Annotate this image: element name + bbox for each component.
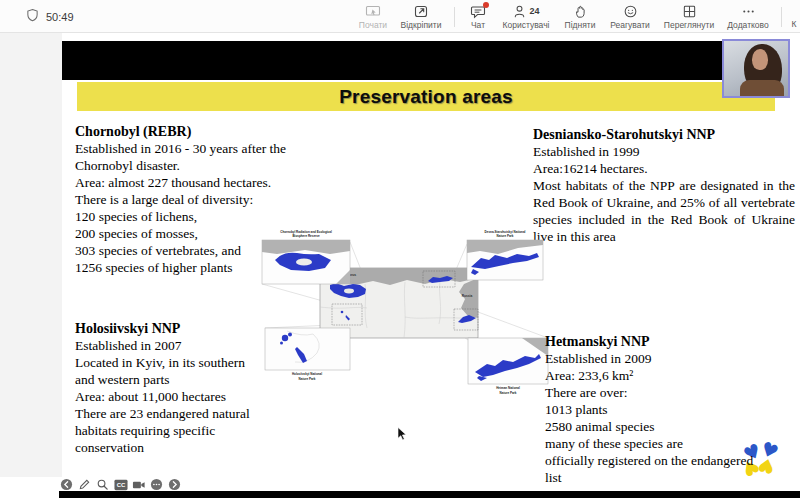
mouse-cursor <box>397 427 408 446</box>
presenter-body <box>740 80 784 98</box>
text-line: Established in 2009 <box>545 350 800 367</box>
inset-hetman-label-1: Hetman National <box>496 386 520 390</box>
inset-holosiivskyi-label-1: Holosiivskyi National <box>292 372 322 376</box>
text-line: Area:16214 hectares. <box>533 160 795 177</box>
camera-button[interactable] <box>131 477 146 492</box>
raise-hand-button[interactable]: Підняти <box>557 0 603 33</box>
left-margin-strip <box>0 33 62 477</box>
text-line: Area: 233,6 km² <box>545 367 800 384</box>
section-desniansko-paragraph: Most habitats of the NPP are designated … <box>533 177 795 245</box>
presenter-face <box>752 49 768 70</box>
start-share-button[interactable]: Почати <box>352 0 394 33</box>
text-line: There are 23 endangered natural <box>75 405 325 422</box>
react-button[interactable]: Реагувати <box>603 0 657 33</box>
overflow-label: К <box>792 19 797 29</box>
zoom-tool-button[interactable] <box>95 477 110 492</box>
closed-captions-button[interactable]: CC <box>113 477 128 492</box>
slide-title: Preservation areas <box>339 86 513 108</box>
inset-holosiivskyi: Holosiivskyi National Nature Park <box>265 328 350 381</box>
text-line: Area: almost 227 thousand hectares. <box>75 174 343 191</box>
chat-label: Чат <box>471 20 485 30</box>
chat-notification-dot <box>483 2 489 8</box>
presenter-webcam-thumbnail[interactable] <box>722 39 790 98</box>
section-hetmanskyi: Hetmanskyi NNP Established in 2009 Area:… <box>545 333 800 486</box>
unpin-button[interactable]: Відкріпити <box>394 0 448 33</box>
section-desniansko-heading: Desniansko-Starohutskyi NNP <box>533 126 795 143</box>
toolbar-divider <box>454 7 455 27</box>
previous-slide-button[interactable] <box>59 477 74 492</box>
presentation-controls: CC <box>59 477 182 492</box>
start-share-label: Почати <box>359 20 387 30</box>
text-line: There is a large deal of diversity: <box>75 191 343 208</box>
view-label: Переглянути <box>664 20 714 30</box>
text-line: Established in 2016 - 30 years after the <box>75 140 343 157</box>
toolbar-buttons: Почати Відкріпити Чат 24 <box>352 0 800 33</box>
inset-hetman: Hetman National Nature Park <box>468 338 548 395</box>
pen-tool-button[interactable] <box>77 477 92 492</box>
toolbar-divider-2 <box>781 7 782 27</box>
shield-icon <box>26 8 39 26</box>
meeting-toolbar: 50:49 Почати Відкріпити Чат <box>0 0 800 33</box>
ellipsis-icon <box>741 4 756 19</box>
participants-button[interactable]: 24 Користувачі <box>495 0 557 33</box>
section-desniansko: Desniansko-Starohutskyi NNP Established … <box>533 126 795 245</box>
inset-chornobyl-label-2: Biosphere Reserve <box>292 234 320 238</box>
participants-icon <box>512 4 527 19</box>
timer-value: 50:49 <box>46 11 74 23</box>
participants-label: Користувачі <box>503 20 550 30</box>
inset-hetman-label-2: Nature Park <box>500 391 517 395</box>
svg-text:CC: CC <box>116 482 125 488</box>
shared-presentation-slide: Preservation areas Chornobyl (REBR) Esta… <box>62 33 800 491</box>
ukraine-preservation-map: Belarus Russia Chornobyl Radiation and E… <box>255 222 560 397</box>
chat-button[interactable]: Чат <box>461 0 495 33</box>
text-line: officially registered on the endangered <box>545 452 800 469</box>
view-button[interactable]: Переглянути <box>657 0 721 33</box>
react-label: Реагувати <box>610 20 650 30</box>
share-screen-icon <box>365 4 381 19</box>
inset-holosiivskyi-label-2: Nature Park <box>299 377 316 381</box>
text-line: There are over: <box>545 384 800 401</box>
section-chornobyl-heading: Chornobyl (REBR) <box>75 123 343 140</box>
raise-hand-label: Підняти <box>565 20 596 30</box>
raise-hand-icon <box>573 4 588 19</box>
text-line: conservation <box>75 439 325 456</box>
participants-count: 24 <box>529 6 539 16</box>
smiley-icon <box>623 4 638 19</box>
meeting-timer: 50:49 <box>26 8 74 26</box>
overflow-button-partial[interactable]: К <box>788 0 800 33</box>
text-line: 1013 plants <box>545 401 800 418</box>
more-options-button[interactable] <box>149 477 164 492</box>
more-label: Додатково <box>727 20 768 30</box>
next-slide-button[interactable] <box>167 477 182 492</box>
grid-view-icon <box>682 4 697 19</box>
slide-title-bar: Preservation areas <box>77 82 775 111</box>
more-button[interactable]: Додатково <box>721 0 775 33</box>
slide-top-black-bar <box>62 41 775 80</box>
inset-desna: Desna-Starohutskyi National Nature Park <box>467 230 543 280</box>
text-line: many of these species are <box>545 435 800 452</box>
presentation-bottom-bar <box>59 491 800 498</box>
text-line: 2580 animal species <box>545 418 800 435</box>
text-line: Established in 1999 <box>533 143 795 160</box>
inset-desna-label-2: Nature Park <box>497 234 514 238</box>
text-line: list <box>545 469 800 486</box>
section-hetmanskyi-heading: Hetmanskyi NNP <box>545 333 800 350</box>
map-label-russia: Russia <box>462 294 473 298</box>
unpin-label: Відкріпити <box>401 20 442 30</box>
unpin-icon <box>413 4 429 19</box>
text-line: Chornobyl disaster. <box>75 157 343 174</box>
inset-chornobyl: Chornobyl Radiation and Ecological Biosp… <box>262 230 350 284</box>
text-line: habitats requiring specific <box>75 422 325 439</box>
